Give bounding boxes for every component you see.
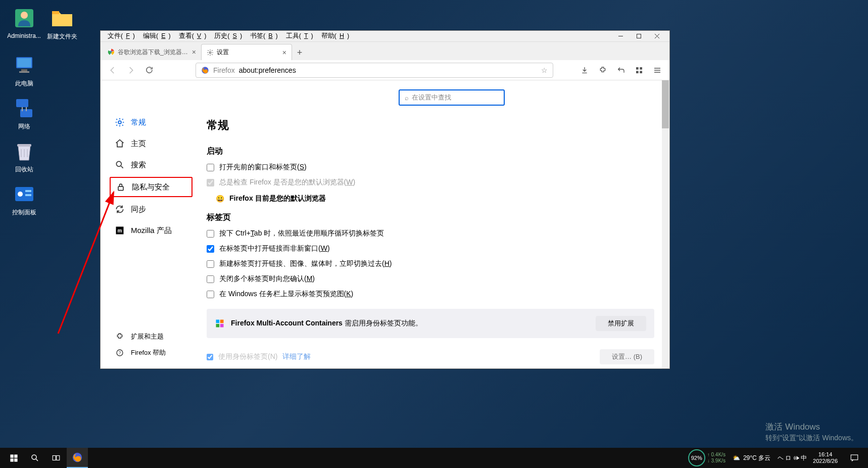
svg-rect-36 — [14, 454, 17, 457]
sidebar-item-privacy[interactable]: 隐私与安全 — [110, 177, 192, 197]
apps-button[interactable] — [632, 63, 646, 77]
desktop-icon-this-pc[interactable]: 此电脑 — [5, 53, 43, 88]
desktop-icon-new-folder[interactable]: 新建文件夹 — [43, 6, 81, 41]
svg-rect-22 — [640, 71, 642, 73]
lock-icon — [116, 182, 126, 192]
sidebar-item-home[interactable]: 主页 — [110, 134, 192, 153]
svg-point-24 — [116, 161, 121, 166]
settings-button[interactable]: 设置… (B) — [600, 349, 654, 364]
desktop-icon-label: 此电脑 — [15, 80, 33, 87]
desktop-icon-control-panel[interactable]: 控制面板 — [5, 182, 43, 217]
svg-rect-14 — [637, 34, 641, 38]
help-icon: ? — [115, 348, 125, 358]
containers-icon — [215, 318, 225, 329]
sync-icon — [115, 204, 125, 214]
desktop-icon-network[interactable]: 网络 — [5, 96, 43, 131]
downloads-button[interactable] — [577, 63, 592, 77]
menu-bookmarks[interactable]: 书签(B) — [247, 31, 281, 41]
tab-close-icon[interactable]: × — [192, 48, 196, 56]
svg-text:m: m — [118, 228, 122, 233]
firefox-menubar: 文件(F) 编辑(E) 查看(V) 历史(S) 书签(B) 工具(T) 帮助(H… — [101, 31, 669, 42]
learn-more-link[interactable]: 详细了解 — [282, 352, 311, 361]
sidebar-item-label: 同步 — [131, 205, 146, 214]
menu-view[interactable]: 查看(V) — [176, 31, 210, 41]
window-maximize-button[interactable] — [630, 31, 647, 41]
tab-settings[interactable]: 设置 × — [201, 44, 292, 60]
sidebar-item-label: 主页 — [131, 139, 146, 149]
checkbox-restore-session[interactable]: 打开先前的窗口和标签页(S) — [207, 163, 654, 172]
task-view-button[interactable] — [45, 448, 67, 468]
sidebar-item-label: 隐私与安全 — [132, 182, 170, 192]
checkbox-always-check-default[interactable]: 总是检查 Firefox 是否是您的默认浏览器(W) — [207, 178, 654, 187]
traffic-gauge[interactable]: 92% — [688, 449, 705, 466]
checkbox-open-links-tabs[interactable]: 在标签页中打开链接而非新窗口(W) — [207, 244, 654, 253]
checkbox-ctrl-tab[interactable]: 按下 Ctrl+Tab 时，依照最近使用顺序循环切换标签页 — [207, 229, 654, 238]
taskbar: 92% ↑ 0.4K/s ↓ 3.9K/s ⛅ 29°C 多云 ヘ ロ 🕪 中 … — [0, 448, 868, 468]
desktop-icon-label: 网络 — [18, 123, 30, 130]
start-button[interactable] — [3, 448, 24, 468]
sidebar-item-general[interactable]: 常规 — [110, 113, 192, 131]
svg-rect-12 — [25, 190, 31, 192]
menu-button[interactable] — [650, 63, 664, 77]
svg-rect-2 — [52, 11, 59, 14]
back-button[interactable] — [106, 63, 120, 77]
taskbar-clock[interactable]: 16:14 2022/8/26 — [809, 451, 842, 464]
extensions-button[interactable] — [596, 63, 610, 77]
search-icon: ⌕ — [405, 94, 409, 102]
gear-icon — [207, 49, 214, 56]
desktop-icon-label: Administra... — [7, 32, 41, 39]
svg-rect-6 — [19, 71, 29, 73]
sidebar-item-extensions[interactable]: 扩展和主题 — [110, 329, 196, 344]
checkbox-warn-close-multiple[interactable]: 关闭多个标签页时向您确认(M) — [207, 274, 654, 284]
menu-tools[interactable]: 工具(T) — [283, 31, 316, 41]
url-bar[interactable]: Firefox about:preferences ☆ — [196, 63, 553, 78]
menu-help[interactable]: 帮助(H) — [318, 31, 352, 41]
settings-sidebar: 常规 主页 搜索 隐私与安全 同步 — [101, 80, 202, 368]
account-button[interactable] — [614, 63, 628, 77]
taskbar-firefox[interactable] — [67, 448, 88, 468]
scrollbar-thumb[interactable] — [662, 80, 669, 128]
sidebar-item-search[interactable]: 搜索 — [110, 156, 192, 174]
page-title: 常规 — [207, 118, 654, 133]
svg-rect-37 — [10, 458, 13, 461]
menu-edit[interactable]: 编辑(E) — [140, 31, 174, 41]
tab-close-icon[interactable]: × — [282, 49, 286, 57]
forward-button[interactable] — [124, 63, 138, 77]
puzzle-icon — [115, 332, 125, 342]
tab-strip: 谷歌浏览器下载_浏览器官网入口 × 设置 × + — [101, 42, 669, 60]
svg-rect-33 — [220, 324, 224, 327]
reload-button[interactable] — [142, 63, 156, 77]
taskbar-search-button[interactable] — [24, 448, 45, 468]
network-speed: ↑ 0.4K/s ↓ 3.9K/s — [707, 452, 726, 464]
desktop-icon-administrator[interactable]: Administra... — [5, 6, 43, 39]
desktop-icon-label: 新建文件夹 — [47, 33, 77, 40]
weather-widget[interactable]: ⛅ 29°C 多云 — [733, 454, 770, 462]
disable-extension-button[interactable]: 禁用扩展 — [596, 316, 646, 331]
sidebar-item-mozilla[interactable]: m Mozilla 产品 — [110, 221, 192, 240]
checkbox-taskbar-preview[interactable]: 在 Windows 任务栏上显示标签页预览图(K) — [207, 290, 654, 299]
svg-rect-43 — [851, 455, 858, 460]
settings-search-input[interactable]: ⌕ 在设置中查找 — [399, 89, 505, 106]
menu-history[interactable]: 历史(S) — [211, 31, 245, 41]
action-center-button[interactable] — [844, 448, 865, 468]
new-tab-button[interactable]: + — [292, 45, 307, 60]
settings-main[interactable]: ⌕ 在设置中查找 常规 启动 打开先前的窗口和标签页(S) 总是检查 Firef… — [202, 80, 669, 368]
section-heading-startup: 启动 — [207, 146, 654, 157]
tab-chrome-download[interactable]: 谷歌浏览器下载_浏览器官网入口 × — [103, 44, 201, 60]
svg-point-17 — [209, 52, 211, 54]
window-close-button[interactable] — [648, 31, 665, 41]
gear-icon — [115, 117, 125, 127]
checkbox-switch-new-tab[interactable]: 新建标签页打开链接、图像、媒体时，立即切换过去(H) — [207, 259, 654, 268]
firefox-icon — [201, 66, 209, 74]
sidebar-item-help[interactable]: ? Firefox 帮助 — [110, 345, 196, 360]
desktop-icon-recycle-bin[interactable]: 回收站 — [5, 139, 43, 174]
bookmark-star-icon[interactable]: ☆ — [541, 66, 548, 74]
window-minimize-button[interactable] — [612, 31, 629, 41]
menu-file[interactable]: 文件(F) — [105, 31, 138, 41]
smile-icon: 😀 — [216, 195, 224, 203]
svg-text:?: ? — [119, 350, 121, 355]
checkbox-container-tabs[interactable] — [207, 354, 213, 360]
system-tray[interactable]: ヘ ロ 🕪 中 — [778, 454, 807, 462]
svg-rect-21 — [636, 71, 639, 73]
sidebar-item-sync[interactable]: 同步 — [110, 200, 192, 218]
